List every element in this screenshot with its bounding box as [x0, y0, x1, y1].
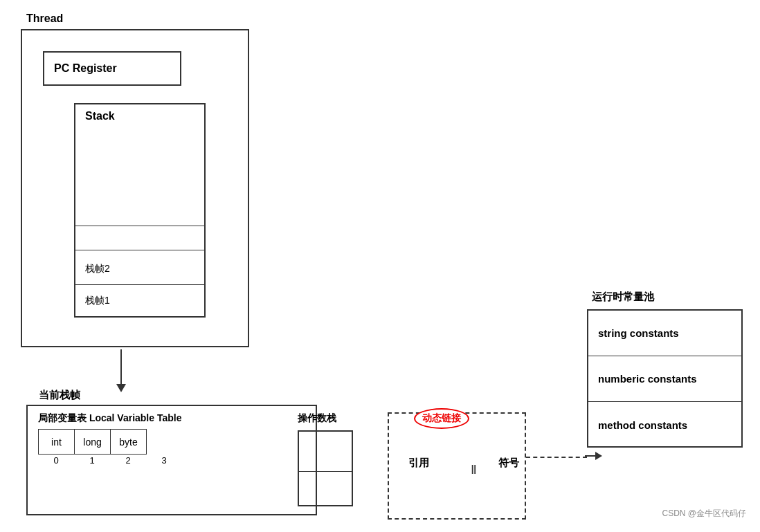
lvt-cell-byte: byte: [111, 430, 147, 455]
pool-row-string: string constants: [588, 311, 741, 356]
thread-box: PC Register Stack 栈帧2 栈帧1: [21, 29, 249, 347]
ops-divider: [299, 471, 352, 472]
thread-label: Thread: [26, 12, 63, 25]
ops-label: 操作数栈: [298, 412, 336, 425]
runtime-pool-box: string constants numberic constants meth…: [587, 309, 743, 448]
dashed-arrow-line: [526, 457, 587, 458]
stack-label: Stack: [85, 110, 115, 122]
lvt-num-0: 0: [38, 455, 74, 466]
arrow-head: [116, 384, 126, 392]
current-frame-label: 当前栈帧: [39, 389, 80, 402]
runtime-pool-label: 运行时常量池: [592, 291, 654, 304]
lvt-cell-long: long: [75, 430, 111, 455]
lvt-numbers: 0 1 2 3: [38, 455, 182, 466]
stack-to-frame-arrow: [116, 349, 126, 392]
dynlink-oval-label: 动态链接: [414, 408, 469, 429]
pc-register-label: PC Register: [54, 62, 117, 75]
arrow-line: [120, 349, 122, 384]
operand-stack-box: [298, 430, 353, 506]
solid-arrow-line: [585, 455, 595, 457]
solid-arrowhead: [595, 452, 602, 460]
solid-arrow: [585, 452, 602, 460]
lvt-table: int long byte: [38, 429, 147, 455]
lvt-label: 局部变量表 Local Variable Table: [38, 412, 181, 425]
diagram: Thread PC Register Stack 栈帧2 栈帧1 当前栈帧 局部…: [0, 0, 760, 532]
pool-row-numeric: numberic constants: [588, 356, 741, 402]
stack-frame1: 栈帧1: [75, 285, 204, 317]
pc-register-box: PC Register: [43, 51, 181, 86]
lvt-num-2: 2: [110, 455, 146, 466]
stack-divider-1: [75, 226, 204, 226]
lvt-num-1: 1: [74, 455, 110, 466]
stack-box: Stack 栈帧2 栈帧1: [74, 103, 206, 318]
lvt-cell-int: int: [39, 430, 75, 455]
pool-row-method: method constants: [588, 402, 741, 448]
cursor-icon: Ⅱ: [471, 462, 477, 477]
symbol-label: 符号: [498, 457, 519, 470]
ref-label: 引用: [408, 457, 429, 470]
stack-divider-2: [75, 250, 204, 250]
watermark: CSDN @金牛区代码仔: [662, 508, 746, 520]
stack-frame2: 栈帧2: [75, 253, 204, 285]
lvt-num-3: 3: [146, 455, 182, 466]
